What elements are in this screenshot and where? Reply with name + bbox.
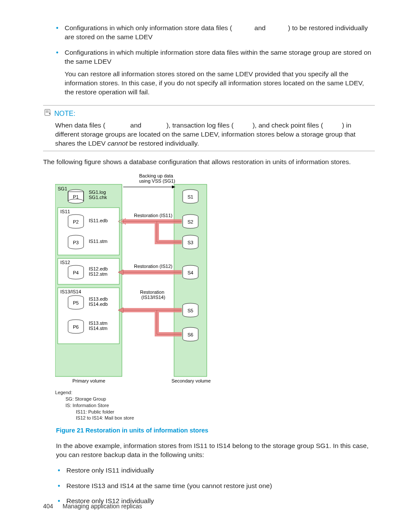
- paragraph: In the above example, information stores…: [56, 442, 375, 460]
- svg-text:P6: P6: [73, 324, 78, 330]
- svg-text:IS12.edb: IS12.edb: [89, 266, 108, 271]
- text: Configurations in which only information…: [65, 24, 232, 31]
- svg-text:IS11.edb: IS11.edb: [89, 218, 108, 223]
- note-block: NOTE: When data files (and), transaction…: [43, 109, 375, 148]
- svg-text:(IS13/IS14): (IS13/IS14): [141, 295, 165, 300]
- disk-p6: P6: [68, 320, 84, 333]
- svg-rect-5: [174, 184, 207, 376]
- figure-diagram: Backing up data using VSS (SG1) SG1 P1 S…: [55, 173, 375, 387]
- backup-label-l1: Backing up data: [139, 173, 174, 178]
- text: Configurations in which multiple informa…: [65, 48, 375, 66]
- svg-text:P2: P2: [73, 219, 78, 224]
- disk-p1: P1: [68, 190, 84, 203]
- svg-text:IS12.stm: IS12.stm: [89, 271, 107, 277]
- svg-text:P4: P4: [73, 270, 78, 275]
- svg-text:Restoration (IS12): Restoration (IS12): [134, 264, 172, 269]
- bottom-bullet-list: Restore only IS11 individually Restore I…: [43, 466, 375, 506]
- svg-text:S6: S6: [187, 332, 193, 337]
- page-number: 404: [43, 503, 53, 510]
- page-content: Configurations in which only information…: [43, 24, 375, 512]
- svg-text:IS13.edb: IS13.edb: [89, 296, 108, 302]
- figure-legend: Legend: SG: Storage Group IS: Informatio…: [55, 389, 375, 421]
- svg-text:S1: S1: [187, 194, 193, 199]
- svg-text:IS11: IS11: [60, 209, 70, 214]
- page-footer: 404 Managing application replicas: [43, 502, 142, 510]
- svg-text:Secondary volume: Secondary volume: [171, 378, 211, 383]
- top-bullet-list: Configurations in which only information…: [43, 24, 375, 96]
- list-item: Restore IS13 and IS14 at the same time (…: [66, 482, 375, 491]
- svg-text:Restoration (IS11): Restoration (IS11): [134, 213, 172, 218]
- svg-text:Restoration: Restoration: [140, 289, 164, 295]
- svg-text:S3: S3: [187, 240, 193, 245]
- disk-p3: P3: [68, 235, 84, 249]
- svg-text:P5: P5: [73, 300, 78, 305]
- backup-label-l2: using VSS (SG1): [139, 178, 175, 184]
- list-item: Restore only IS11 individually: [66, 466, 375, 475]
- svg-text:S4: S4: [187, 270, 193, 275]
- svg-text:IS13/IS14: IS13/IS14: [60, 289, 81, 294]
- disk-p5: P5: [68, 296, 84, 309]
- svg-text:P3: P3: [73, 240, 78, 245]
- note-heading: NOTE:: [54, 110, 75, 117]
- footer-title: Managing application replicas: [62, 503, 142, 510]
- note-body: When data files (and), transaction log f…: [43, 121, 375, 148]
- svg-text:IS14.stm: IS14.stm: [89, 326, 107, 331]
- svg-text:Primary volume: Primary volume: [72, 378, 105, 383]
- list-item: Configurations in which multiple informa…: [65, 48, 375, 97]
- disk-p2: P2: [68, 215, 84, 228]
- text: You can restore all information stores s…: [65, 70, 375, 97]
- list-item: Configurations in which only information…: [65, 24, 375, 42]
- text: and: [255, 24, 266, 31]
- svg-text:SG1.chk: SG1.chk: [89, 195, 107, 200]
- divider: [43, 151, 375, 151]
- svg-text:S2: S2: [187, 219, 193, 224]
- disk-p4: P4: [68, 265, 84, 279]
- sg1-label: SG1: [58, 186, 67, 191]
- note-icon: [44, 109, 52, 118]
- divider: [43, 105, 375, 106]
- svg-text:P1: P1: [73, 194, 78, 199]
- svg-text:IS12: IS12: [60, 260, 70, 265]
- paragraph: The following figure shows a database co…: [43, 158, 375, 167]
- svg-text:SG1.log: SG1.log: [89, 190, 106, 195]
- svg-text:IS14.edb: IS14.edb: [89, 302, 108, 307]
- svg-rect-16: [58, 208, 119, 255]
- svg-text:S5: S5: [187, 308, 193, 313]
- svg-point-9: [68, 199, 84, 203]
- svg-text:IS11.stm: IS11.stm: [89, 239, 107, 244]
- svg-text:IS13.stm: IS13.stm: [89, 320, 107, 326]
- figure-caption: Figure 21 Restoration in units of inform…: [56, 426, 375, 435]
